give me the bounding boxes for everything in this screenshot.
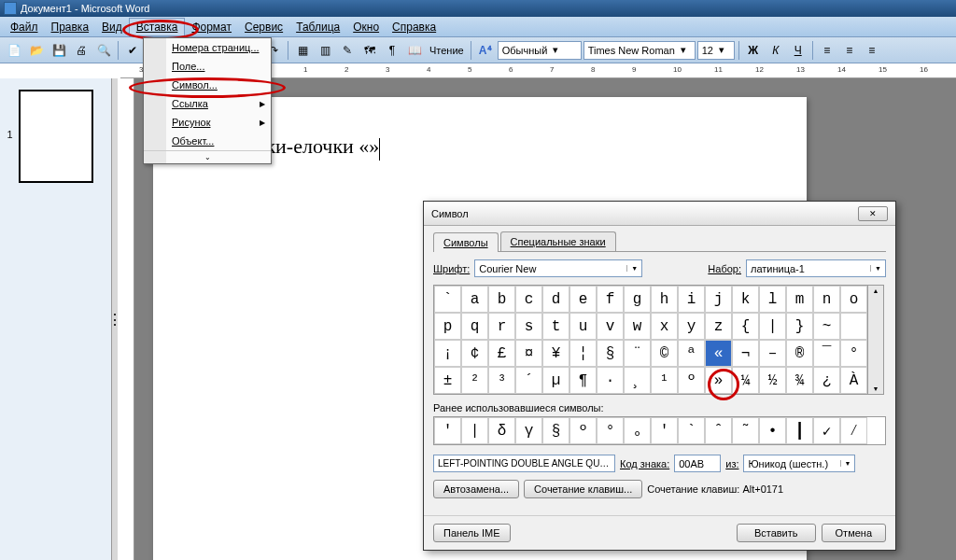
symbol-cell[interactable]: | bbox=[759, 313, 786, 340]
tab-symbols[interactable]: Символы bbox=[433, 232, 499, 252]
grid-scrollbar[interactable]: ▲▼ bbox=[868, 285, 884, 395]
menu-format[interactable]: Формат bbox=[185, 19, 238, 35]
symbol-cell[interactable]: ¢ bbox=[461, 340, 488, 367]
shortcut-button[interactable]: Сочетание клавиш... bbox=[524, 480, 642, 498]
menu-file[interactable]: Файл bbox=[4, 19, 45, 35]
symbol-cell[interactable]: ¬ bbox=[732, 340, 759, 367]
symbol-cell[interactable]: § bbox=[597, 340, 624, 367]
symbol-cell[interactable]: w bbox=[624, 313, 651, 340]
symbol-cell[interactable]: µ bbox=[542, 367, 569, 394]
recent-symbol-cell[interactable]: ⁄ bbox=[840, 417, 867, 444]
symbol-cell[interactable]: f bbox=[597, 286, 624, 313]
symbol-cell[interactable]: À bbox=[840, 367, 867, 394]
align-center-icon[interactable]: ≡ bbox=[839, 40, 860, 61]
symbol-cell[interactable]: « bbox=[705, 340, 732, 367]
symbol-cell[interactable]: ` bbox=[434, 286, 461, 313]
symbol-cell[interactable]: a bbox=[461, 286, 488, 313]
dd-picture[interactable]: Рисунок▶ bbox=[144, 113, 271, 132]
para-icon[interactable]: ¶ bbox=[382, 40, 402, 61]
align-left-icon[interactable]: ≡ bbox=[817, 40, 837, 61]
recent-symbol-cell[interactable]: ` bbox=[678, 417, 705, 444]
symbol-cell[interactable]: h bbox=[651, 286, 678, 313]
font-select[interactable]: Courier New▼ bbox=[474, 259, 642, 277]
symbol-cell[interactable]: n bbox=[813, 286, 840, 313]
reading-label[interactable]: Чтение bbox=[427, 45, 467, 56]
symbol-cell[interactable]: z bbox=[705, 313, 732, 340]
symbol-cell[interactable]: ¿ bbox=[813, 367, 840, 394]
symbol-cell[interactable]: ¥ bbox=[542, 340, 569, 367]
align-right-icon[interactable]: ≡ bbox=[862, 40, 882, 61]
recent-symbol-cell[interactable]: § bbox=[542, 417, 569, 444]
page-thumbnail[interactable]: 1 bbox=[19, 90, 93, 183]
symbol-cell[interactable]: ~ bbox=[813, 313, 840, 340]
symbol-cell[interactable] bbox=[840, 313, 867, 340]
symbol-cell[interactable]: © bbox=[651, 340, 678, 367]
new-doc-icon[interactable]: 📄 bbox=[4, 40, 24, 61]
recent-symbol-cell[interactable]: ˆ bbox=[705, 417, 732, 444]
symbol-cell[interactable]: – bbox=[759, 340, 786, 367]
symbol-cell[interactable]: l bbox=[759, 286, 786, 313]
symbol-cell[interactable]: ¸ bbox=[624, 367, 651, 394]
size-dropdown[interactable]: 12▾ bbox=[697, 41, 735, 60]
symbol-cell[interactable]: ¾ bbox=[786, 367, 813, 394]
recent-symbol-cell[interactable]: γ bbox=[515, 417, 542, 444]
symbol-cell[interactable]: ¹ bbox=[651, 367, 678, 394]
bold-icon[interactable]: Ж bbox=[743, 40, 764, 61]
symbol-cell[interactable]: j bbox=[705, 286, 732, 313]
insert-button[interactable]: Вставить bbox=[737, 524, 816, 542]
symbol-cell[interactable]: ° bbox=[840, 340, 867, 367]
symbol-cell[interactable]: i bbox=[678, 286, 705, 313]
recent-symbol-cell[interactable]: ┃ bbox=[786, 417, 813, 444]
symbol-cell[interactable]: u bbox=[569, 313, 597, 340]
style-dropdown[interactable]: Обычный▾ bbox=[498, 41, 582, 60]
symbol-cell[interactable]: ² bbox=[461, 367, 488, 394]
symbol-cell[interactable]: k bbox=[732, 286, 759, 313]
recent-symbol-cell[interactable]: º bbox=[569, 417, 597, 444]
symbol-cell[interactable]: { bbox=[732, 313, 759, 340]
recent-symbol-cell[interactable]: ˜ bbox=[732, 417, 759, 444]
dd-expand[interactable]: ⌄ bbox=[144, 150, 271, 163]
symbol-cell[interactable]: p bbox=[434, 313, 461, 340]
recent-symbol-cell[interactable]: ′ bbox=[434, 417, 461, 444]
set-select[interactable]: латиница-1▼ bbox=[746, 259, 886, 277]
spell-icon[interactable]: ✔ bbox=[122, 40, 143, 61]
symbol-cell[interactable]: ¡ bbox=[434, 340, 461, 367]
symbol-cell[interactable]: s bbox=[515, 313, 542, 340]
symbol-cell[interactable]: b bbox=[488, 286, 515, 313]
recent-symbol-cell[interactable]: δ bbox=[488, 417, 515, 444]
from-select[interactable]: Юникод (шестн.)▼ bbox=[743, 455, 855, 472]
symbol-cell[interactable]: ª bbox=[678, 340, 705, 367]
symbol-cell[interactable]: e bbox=[569, 286, 597, 313]
symbol-cell[interactable]: t bbox=[542, 313, 569, 340]
table-icon[interactable]: ▦ bbox=[292, 40, 313, 61]
symbol-cell[interactable]: m bbox=[786, 286, 813, 313]
menu-window[interactable]: Окно bbox=[346, 19, 386, 35]
symbol-cell[interactable]: q bbox=[461, 313, 488, 340]
underline-icon[interactable]: Ч bbox=[788, 40, 808, 61]
symbol-cell[interactable]: ¶ bbox=[569, 367, 597, 394]
symbol-cell[interactable]: ¤ bbox=[515, 340, 542, 367]
save-icon[interactable]: 💾 bbox=[49, 40, 69, 61]
dd-page-numbers[interactable]: Номера страниц... bbox=[144, 38, 271, 57]
font-dropdown[interactable]: Times New Roman▾ bbox=[583, 41, 696, 60]
cancel-button[interactable]: Отмена bbox=[822, 524, 886, 542]
print-icon[interactable]: 🖨 bbox=[71, 40, 91, 61]
symbol-cell[interactable]: ³ bbox=[488, 367, 515, 394]
symbol-cell[interactable]: ¼ bbox=[732, 367, 759, 394]
map-icon[interactable]: 🗺 bbox=[359, 40, 380, 61]
close-icon[interactable]: ✕ bbox=[858, 206, 888, 221]
symbol-cell[interactable]: £ bbox=[488, 340, 515, 367]
symbol-cell[interactable]: o bbox=[840, 286, 867, 313]
recent-symbol-cell[interactable]: ₒ bbox=[624, 417, 651, 444]
columns-icon[interactable]: ▥ bbox=[315, 40, 335, 61]
symbol-cell[interactable]: g bbox=[624, 286, 651, 313]
tab-special[interactable]: Специальные знаки bbox=[500, 231, 616, 251]
drawing-icon[interactable]: ✎ bbox=[337, 40, 358, 61]
recent-symbol-cell[interactable]: ✓ bbox=[813, 417, 840, 444]
symbol-cell[interactable]: º bbox=[678, 367, 705, 394]
menu-table[interactable]: Таблица bbox=[289, 19, 346, 35]
symbol-cell[interactable]: y bbox=[678, 313, 705, 340]
recent-symbol-cell[interactable]: ° bbox=[597, 417, 624, 444]
ime-panel-button[interactable]: Панель IME bbox=[433, 524, 511, 542]
recent-symbol-cell[interactable]: | bbox=[461, 417, 488, 444]
